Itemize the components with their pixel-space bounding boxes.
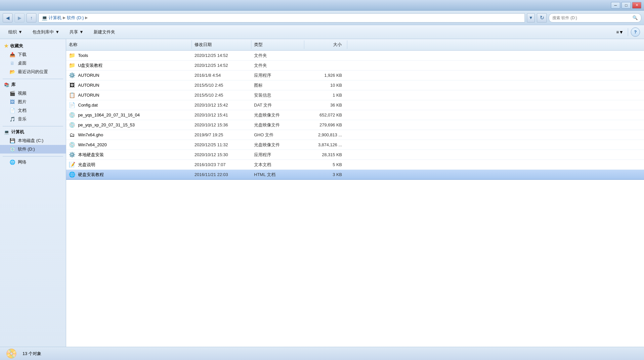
main-container: ★ 收藏夹 📥 下载 🖥 桌面 📂 最近访问的位置 📚 库 (0, 39, 644, 347)
file-list-container[interactable]: 名称 修改日期 类型 大小 📁 Tools 2020/12/25 14:52 文… (66, 39, 644, 347)
soft-disk-icon: 💿 (9, 146, 15, 152)
file-date-cell: 2016/1/8 4:54 (192, 71, 251, 79)
file-name: Tools (78, 53, 88, 58)
organize-button[interactable]: 组织 ▼ (4, 27, 27, 37)
sidebar-section-library: 📚 库 🎬 视频 🖼 图片 📄 文档 🎵 音乐 (0, 80, 66, 123)
file-size-cell: 10 KB (304, 81, 347, 89)
file-name: 光盘说明 (78, 162, 95, 168)
minimize-button[interactable]: ─ (611, 2, 620, 9)
address-dropdown-button[interactable]: ▼ (527, 13, 535, 22)
table-row[interactable]: 📋 AUTORUN 2015/5/10 2:45 安装信息 1 KB (66, 90, 644, 100)
up-button[interactable]: ↑ (26, 13, 36, 22)
table-row[interactable]: 💿 pe_yqs_xp_20_07_31_15_53 2020/10/12 15… (66, 120, 644, 130)
table-row[interactable]: 📁 U盘安装教程 2020/12/25 14:52 文件夹 (66, 61, 644, 70)
file-list-content: 📁 Tools 2020/12/25 14:52 文件夹 📁 U盘安装教程 20… (66, 51, 644, 183)
sidebar-divider-1 (3, 79, 63, 79)
file-type-cell: 光盘映像文件 (251, 111, 304, 119)
view-options-button[interactable]: ≡ ▼ (615, 27, 625, 37)
file-date-cell: 2015/5/10 2:45 (192, 91, 251, 99)
back-button[interactable]: ◀ (3, 13, 13, 22)
table-row[interactable]: ⚙️ 本地硬盘安装 2020/10/12 15:30 应用程序 28,315 K… (66, 150, 644, 160)
view-icon: ≡ (616, 29, 619, 35)
sidebar-item-recent[interactable]: 📂 最近访问的位置 (0, 68, 66, 76)
sidebar-item-local-disk[interactable]: 💾 本地磁盘 (C:) (0, 136, 66, 145)
file-size-cell (304, 64, 347, 67)
file-icon: 📋 (69, 92, 75, 99)
forward-button[interactable]: ▶ (15, 13, 24, 22)
table-row[interactable]: 📄 Config.dat 2020/10/12 15:42 DAT 文件 36 … (66, 100, 644, 110)
file-name-cell: 📋 AUTORUN (66, 91, 192, 100)
share-button[interactable]: 共享 ▼ (65, 27, 88, 37)
library-icon: 📚 (4, 82, 9, 87)
sidebar-favorites-header[interactable]: ★ 收藏夹 (0, 42, 66, 50)
column-header-name[interactable]: 名称 (66, 40, 192, 49)
table-row[interactable]: 🗂 Win7x64.gho 2019/9/7 19:25 GHO 文件 2,90… (66, 130, 644, 140)
file-size-cell: 279,696 KB (304, 121, 347, 129)
refresh-button[interactable]: ↻ (537, 13, 547, 22)
search-input[interactable] (552, 16, 630, 20)
breadcrumb-computer[interactable]: 计算机 (49, 15, 62, 21)
file-date-cell: 2020/10/12 15:42 (192, 101, 251, 109)
file-date-cell: 2020/10/12 15:41 (192, 111, 251, 119)
include-library-button[interactable]: 包含到库中 ▼ (28, 27, 64, 37)
table-row[interactable]: ⚙️ AUTORUN 2016/1/8 4:54 应用程序 1,926 KB (66, 70, 644, 80)
sidebar-computer-header[interactable]: 💻 计算机 (0, 128, 66, 136)
image-icon: 🖼 (9, 99, 15, 105)
file-name-cell: 🖼 AUTORUN (66, 81, 192, 90)
file-type-cell: 应用程序 (251, 151, 304, 159)
file-size-cell: 652,072 KB (304, 111, 347, 119)
file-size-cell: 3 KB (304, 171, 347, 178)
file-type-cell: 文件夹 (251, 51, 304, 60)
sidebar-item-video[interactable]: 🎬 视频 (0, 89, 66, 98)
file-name-cell: 📝 光盘说明 (66, 160, 192, 169)
computer-icon: 💻 (41, 15, 47, 21)
sidebar-item-desktop[interactable]: 🖥 桌面 (0, 59, 66, 68)
sidebar-library-header[interactable]: 📚 库 (0, 80, 66, 89)
file-icon: 📄 (69, 102, 75, 109)
file-icon: 🖼 (69, 82, 75, 89)
table-row[interactable]: 💿 pe_yqs_1064_20_07_31_16_04 2020/10/12 … (66, 110, 644, 120)
file-type-cell: 文本文档 (251, 160, 304, 169)
file-name-cell: ⚙️ AUTORUN (66, 71, 192, 80)
search-icon[interactable]: 🔍 (632, 15, 638, 20)
file-date-cell: 2015/5/10 2:45 (192, 81, 251, 89)
status-count: 13 个对象 (22, 351, 41, 357)
toolbar-separator (628, 28, 628, 36)
file-type-cell: HTML 文档 (251, 170, 304, 179)
table-row[interactable]: 🖼 AUTORUN 2015/5/10 2:45 图标 10 KB (66, 80, 644, 90)
table-row[interactable]: 💿 Win7x64_2020 2020/12/25 11:32 光盘映像文件 3… (66, 140, 644, 150)
search-bar: 🔍 (549, 13, 641, 22)
file-name-cell: 🌐 硬盘安装教程 (66, 170, 192, 179)
sidebar-item-soft-disk[interactable]: 💿 软件 (D:) (0, 145, 66, 154)
help-button[interactable]: ? (631, 27, 640, 37)
column-header-size[interactable]: 大小 (304, 40, 347, 49)
video-icon: 🎬 (9, 90, 15, 96)
column-header-date[interactable]: 修改日期 (192, 40, 251, 49)
file-name-cell: 📁 U盘安装教程 (66, 61, 192, 70)
music-icon: 🎵 (9, 116, 15, 122)
file-size-cell (304, 54, 347, 57)
close-button[interactable]: ✕ (632, 2, 641, 9)
new-folder-button[interactable]: 新建文件夹 (89, 27, 119, 37)
sidebar-item-music[interactable]: 🎵 音乐 (0, 115, 66, 123)
file-type-cell: 图标 (251, 81, 304, 90)
sidebar-section-favorites: ★ 收藏夹 📥 下载 🖥 桌面 📂 最近访问的位置 (0, 42, 66, 76)
maximize-button[interactable]: □ (622, 2, 631, 9)
file-date-cell: 2020/12/25 11:32 (192, 141, 251, 149)
file-date-cell: 2019/9/7 19:25 (192, 131, 251, 139)
file-name-cell: 📁 Tools (66, 51, 192, 60)
breadcrumb-disk[interactable]: 软件 (D:) (67, 15, 84, 21)
table-row[interactable]: 📝 光盘说明 2016/10/23 7:07 文本文档 5 KB (66, 160, 644, 170)
file-type-cell: 应用程序 (251, 71, 304, 80)
column-header-type[interactable]: 类型 (251, 40, 304, 49)
file-icon: 🌐 (69, 171, 75, 178)
table-row[interactable]: 🌐 硬盘安装教程 2016/11/21 22:03 HTML 文档 3 KB (66, 170, 644, 180)
file-name: AUTORUN (78, 73, 99, 78)
sidebar-item-download[interactable]: 📥 下载 (0, 50, 66, 59)
table-row[interactable]: 📁 Tools 2020/12/25 14:52 文件夹 (66, 51, 644, 61)
download-folder-icon: 📥 (9, 52, 15, 58)
sidebar-item-network[interactable]: 🌐 网络 (0, 158, 66, 166)
sidebar-item-doc[interactable]: 📄 文档 (0, 106, 66, 115)
sidebar-item-image[interactable]: 🖼 图片 (0, 98, 66, 106)
file-size-cell: 5 KB (304, 161, 347, 168)
